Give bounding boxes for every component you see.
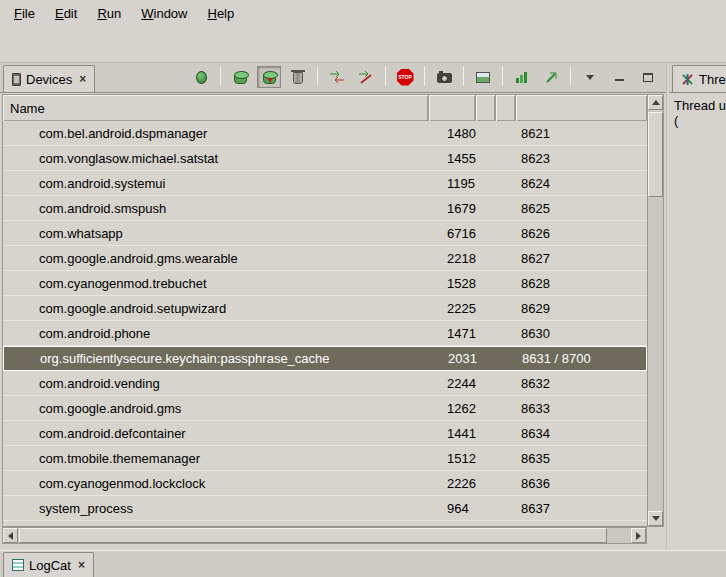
table-row[interactable]: com.tmobile.thememanager 1512 8635 (3, 446, 647, 471)
heap-icon (234, 74, 247, 84)
table-row[interactable]: com.whatsapp 6716 8626 (3, 221, 647, 246)
table-row[interactable]: com.android.phone 1471 8630 (3, 321, 647, 346)
process-port: 8634 (516, 426, 647, 441)
process-port: 8623 (516, 151, 647, 166)
view-menu-icon[interactable] (578, 66, 602, 88)
table-row[interactable]: com.android.vending 22440 8632 (3, 371, 647, 396)
process-name: com.android.phone (3, 326, 429, 341)
table-row[interactable]: com.android.defcontainer 14411 8634 (3, 421, 647, 446)
table-row[interactable]: com.android.systemui 1195 8624 (3, 171, 647, 196)
process-pid: 1471 (429, 326, 476, 341)
table-row[interactable]: com.cyanogenmod.trebuchet 1528 8628 (3, 271, 647, 296)
update-heap-icon[interactable] (228, 66, 252, 88)
process-pid: 22265 (429, 476, 476, 491)
process-pid: 1512 (429, 451, 476, 466)
triangle-up-icon (652, 100, 660, 105)
menu-file[interactable]: File (4, 3, 45, 24)
menu-edit[interactable]: Edit (45, 3, 87, 24)
menu-help[interactable]: Help (197, 3, 244, 24)
devices-toolbar: STOP (189, 66, 666, 92)
screen-capture-icon[interactable] (432, 66, 456, 88)
process-name: org.sufficientlysecure.keychain:passphra… (4, 351, 430, 366)
table-row[interactable]: com.vonglasow.michael.satstat 14553 8623 (3, 146, 647, 171)
device-table: Name com.bel.android.dspmanager 1480 862… (2, 94, 664, 527)
menu-run[interactable]: Run (87, 3, 131, 24)
dump-hprof-icon[interactable] (257, 66, 281, 88)
chevron-down-icon (586, 75, 594, 80)
vertical-scrollbar[interactable] (647, 95, 663, 526)
process-name: com.cyanogenmod.trebuchet (3, 276, 429, 291)
vertical-scroll-thumb[interactable] (648, 112, 663, 197)
process-name: com.google.android.setupwizard (3, 301, 429, 316)
report-icon[interactable] (471, 66, 495, 88)
process-port: 8632 (516, 376, 647, 391)
process-port: 8633 (516, 401, 647, 416)
stop-process-icon[interactable]: STOP (393, 66, 417, 88)
process-port: 8637 (516, 501, 647, 516)
trend-icon[interactable] (539, 66, 563, 88)
table-row[interactable]: com.google.android.gms 12623 8633 (3, 396, 647, 421)
process-pid: 14411 (429, 426, 476, 441)
table-row[interactable]: com.google.android.setupwizard 22250 862… (3, 296, 647, 321)
column-header-3[interactable] (476, 95, 496, 121)
column-header-4[interactable] (496, 95, 516, 121)
process-pid: 1480 (429, 126, 476, 141)
maximize-box-icon (643, 73, 653, 82)
process-name: com.bel.android.dspmanager (3, 126, 429, 141)
cause-gc-icon[interactable] (286, 66, 310, 88)
bars-icon (515, 71, 529, 84)
horizontal-scrollbar[interactable] (2, 527, 647, 544)
close-icon[interactable]: × (77, 72, 86, 86)
scroll-up-icon[interactable] (648, 95, 663, 110)
process-pid: 12623 (429, 401, 476, 416)
process-name: com.google.android.gms (3, 401, 429, 416)
column-header-name[interactable]: Name (3, 95, 429, 121)
scroll-down-icon[interactable] (648, 511, 663, 526)
close-icon[interactable]: × (76, 558, 85, 572)
tab-devices[interactable]: Devices × (3, 65, 95, 92)
logcat-icon (12, 559, 24, 571)
toolbar-separator (502, 67, 503, 85)
method-profiling-icon[interactable] (354, 66, 378, 88)
sysinfo-icon[interactable] (510, 66, 534, 88)
process-pid: 6716 (429, 226, 476, 241)
table-row[interactable]: org.sufficientlysecure.keychain:passphra… (3, 346, 647, 371)
scroll-right-icon[interactable] (631, 528, 646, 543)
menu-window[interactable]: Window (131, 3, 197, 24)
menubar: File Edit Run Window Help (0, 0, 726, 26)
device-table-grid: Name com.bel.android.dspmanager 1480 862… (3, 95, 647, 526)
process-name: com.vonglasow.michael.satstat (3, 151, 429, 166)
tab-logcat[interactable]: LogCat × (3, 552, 94, 577)
table-row[interactable]: com.bel.android.dspmanager 1480 8621 (3, 121, 647, 146)
toolbar-separator (570, 67, 571, 85)
main-toolbar (0, 26, 726, 63)
scroll-left-icon[interactable] (3, 528, 18, 543)
process-pid: 22440 (429, 376, 476, 391)
process-name: com.android.systemui (3, 176, 429, 191)
column-header-pid[interactable] (429, 95, 476, 121)
table-row[interactable]: com.cyanogenmod.lockclock 22265 8636 (3, 471, 647, 496)
process-port: 8621 (516, 126, 647, 141)
process-pid: 22250 (429, 301, 476, 316)
threads-icon (681, 73, 694, 86)
minimize-icon[interactable] (607, 66, 631, 88)
table-row[interactable]: system_process 964 8637 (3, 496, 647, 521)
process-port: 8626 (516, 226, 647, 241)
maximize-icon[interactable] (636, 66, 660, 88)
table-row[interactable]: com.google.android.gms.wearable 22185 86… (3, 246, 647, 271)
horizontal-scroll-thumb[interactable] (19, 528, 607, 543)
toolbar-separator (424, 67, 425, 85)
process-port: 8627 (516, 251, 647, 266)
table-row[interactable]: com.android.smspush 1679 8625 (3, 196, 647, 221)
device-table-body: com.bel.android.dspmanager 1480 8621 com… (3, 121, 647, 521)
threads-message-line1: Thread up (674, 98, 726, 113)
picture-icon (476, 72, 490, 83)
process-pid: 1679 (429, 201, 476, 216)
column-header-port[interactable] (516, 95, 647, 121)
update-threads-icon[interactable] (325, 66, 349, 88)
toolbar-separator (220, 67, 221, 85)
process-name: com.cyanogenmod.lockclock (3, 476, 429, 491)
debug-process-icon[interactable] (189, 66, 213, 88)
stop-sign-icon: STOP (397, 69, 414, 86)
tab-threads[interactable]: Threads (672, 65, 726, 92)
